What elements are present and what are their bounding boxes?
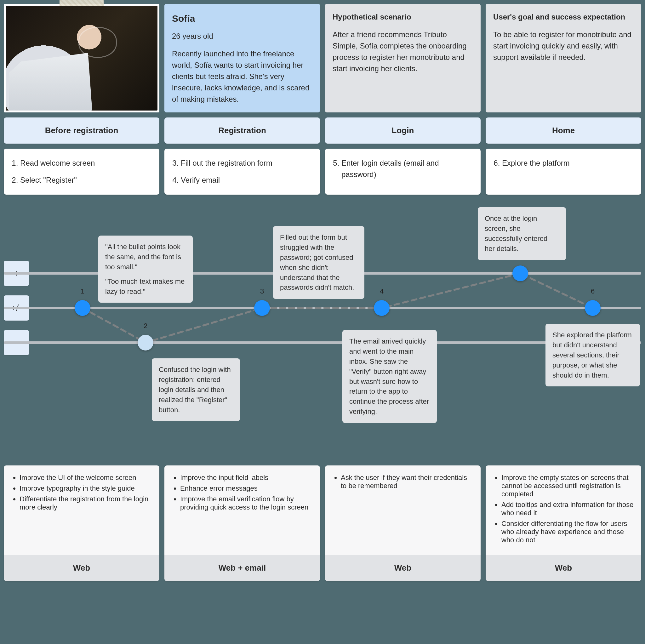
improve-channel-2: Web (325, 555, 481, 581)
goal-heading: User's goal and success expectation (493, 11, 634, 23)
steps-list-0: Read welcome screenSelect "Register" (11, 158, 152, 186)
steps-col-0: Read welcome screenSelect "Register" (4, 149, 159, 195)
note-1: "All the bullet points look the same, an… (98, 236, 193, 302)
scenario-body: After a friend recommends Tributo Simple… (333, 29, 473, 74)
persona-bio: Recently launched into the freelance wor… (172, 48, 312, 105)
persona-name: Sofía (172, 11, 312, 25)
improve-list-2: Ask the user if they want their credenti… (333, 474, 473, 490)
stage-row: Before registration Registration Login H… (4, 118, 641, 144)
note-4: The email arrived quickly and went to th… (342, 330, 437, 423)
stage-login: Login (325, 118, 481, 144)
journey-dot-3 (254, 300, 270, 316)
stage-before-registration: Before registration (4, 118, 159, 144)
goal-body: To be able to register for monotributo a… (493, 29, 634, 63)
stage-home: Home (486, 118, 641, 144)
persona-age: 26 years old (172, 30, 312, 42)
improve-list-3: Improve the empty states on screens that… (493, 474, 634, 544)
journey-dot-5 (512, 265, 528, 281)
steps-col-1: Fill out the registration formVerify ema… (164, 149, 320, 195)
persona-row: Sofía 26 years old Recently launched int… (4, 4, 641, 113)
improve-col-0: Improve the UI of the welcome screenImpr… (4, 465, 159, 581)
steps-list-1: Fill out the registration formVerify ema… (172, 158, 312, 186)
emotion-chart: + +/- – 1 2 3 4 5 6 "All the bullet poin… (4, 207, 641, 447)
improvements-row: Improve the UI of the welcome screenImpr… (4, 465, 641, 581)
improve-channel-0: Web (4, 555, 159, 581)
note-6: She explored the platform but didn't und… (546, 324, 640, 386)
scenario-heading: Hypothetical scenario (333, 11, 473, 23)
improve-channel-3: Web (486, 555, 641, 581)
improve-list-0: Improve the UI of the welcome screenImpr… (11, 474, 152, 511)
steps-list-3: Explore the platform (493, 158, 634, 169)
improve-col-3: Improve the empty states on screens that… (486, 465, 641, 581)
persona-photo-card (4, 4, 159, 113)
note-5: Once at the login screen, she successful… (478, 207, 566, 260)
steps-row: Read welcome screenSelect "Register" Fil… (4, 149, 641, 195)
goal-card: User's goal and success expectation To b… (486, 4, 641, 113)
steps-col-3: Explore the platform (486, 149, 641, 195)
persona-card: Sofía 26 years old Recently launched int… (164, 4, 320, 113)
note-3: Filled out the form but struggled with t… (273, 226, 364, 299)
journey-dot-1 (75, 300, 90, 316)
scenario-card: Hypothetical scenario After a friend rec… (325, 4, 481, 113)
stage-registration: Registration (164, 118, 320, 144)
journey-dot-4 (374, 300, 390, 316)
note-2: Confused the login with registration; en… (152, 358, 240, 421)
journey-dot-2 (138, 335, 153, 351)
steps-col-2: Enter login details (email and password) (325, 149, 481, 195)
improve-col-2: Ask the user if they want their credenti… (325, 465, 481, 581)
journey-dot-6 (585, 300, 601, 316)
steps-list-2: Enter login details (email and password) (333, 158, 473, 180)
persona-photo (6, 6, 158, 111)
improve-list-1: Improve the input field labelsEnhance er… (172, 474, 312, 511)
improve-col-1: Improve the input field labelsEnhance er… (164, 465, 320, 581)
improve-channel-1: Web + email (164, 555, 320, 581)
